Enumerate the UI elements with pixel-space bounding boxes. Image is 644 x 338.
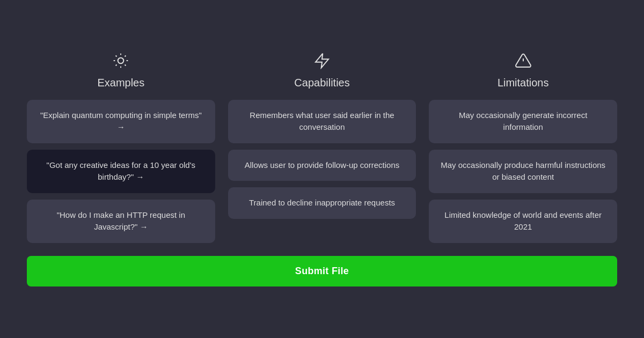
card-limitations-2[interactable]: Limited knowledge of world and events af… <box>429 200 617 243</box>
main-container: Examples"Explain quantum computing in si… <box>27 52 617 286</box>
column-header-examples: Examples <box>97 52 144 89</box>
submit-button[interactable]: Submit File <box>27 256 617 286</box>
svg-line-6 <box>125 64 126 65</box>
columns-wrapper: Examples"Explain quantum computing in si… <box>27 52 617 243</box>
card-examples-2[interactable]: "How do I make an HTTP request in Javasc… <box>27 200 215 243</box>
warning-icon <box>515 52 532 69</box>
column-examples: Examples"Explain quantum computing in si… <box>27 52 215 243</box>
sun-icon <box>112 52 129 69</box>
card-examples-0[interactable]: "Explain quantum computing in simple ter… <box>27 100 215 143</box>
svg-line-5 <box>116 55 117 56</box>
svg-line-8 <box>125 55 126 56</box>
sun-icon-wrapper <box>112 52 129 71</box>
column-limitations: LimitationsMay occasionally generate inc… <box>429 52 617 243</box>
card-capabilities-1[interactable]: Allows user to provide follow-up correct… <box>228 150 416 181</box>
svg-line-7 <box>116 64 117 65</box>
card-examples-1[interactable]: "Got any creative ideas for a 10 year ol… <box>27 150 215 193</box>
card-limitations-0[interactable]: May occasionally generate incorrect info… <box>429 100 617 143</box>
column-title-limitations: Limitations <box>497 77 549 89</box>
card-capabilities-2[interactable]: Trained to decline inappropriate request… <box>228 187 416 219</box>
warning-icon-wrapper <box>515 52 532 71</box>
column-title-capabilities: Capabilities <box>294 77 349 89</box>
bolt-icon <box>313 52 331 69</box>
bolt-icon-wrapper <box>313 52 331 71</box>
column-title-examples: Examples <box>97 77 144 89</box>
card-limitations-1[interactable]: May occasionally produce harmful instruc… <box>429 150 617 193</box>
card-capabilities-0[interactable]: Remembers what user said earlier in the … <box>228 100 416 143</box>
column-header-limitations: Limitations <box>497 52 549 89</box>
column-capabilities: CapabilitiesRemembers what user said ear… <box>228 52 416 243</box>
column-header-capabilities: Capabilities <box>294 52 349 89</box>
svg-point-0 <box>118 57 124 63</box>
